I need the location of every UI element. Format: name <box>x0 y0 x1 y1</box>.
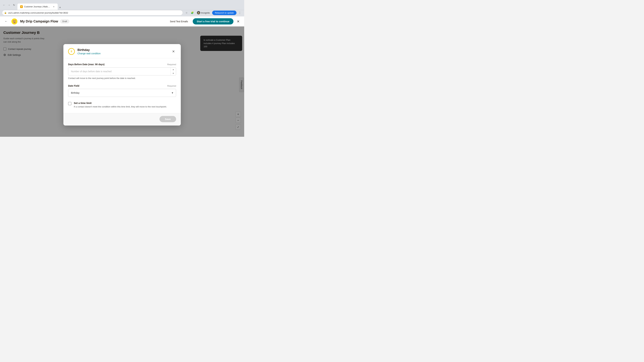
time-limit-description: If a contact doesn't meet the condition … <box>74 105 167 108</box>
spinner-down-button[interactable]: ▼ <box>170 71 176 75</box>
days-before-required: Required <box>167 63 176 66</box>
modal-title: Birthday <box>78 48 168 52</box>
modal-overlay[interactable]: ⏸ Birthday Change wait condition ✕ Days … <box>0 26 244 137</box>
days-before-hint: Contact will move to the next journey po… <box>68 77 176 80</box>
date-field-header: Date Field Required <box>68 84 176 87</box>
time-limit-row: Set a time limit If a contact doesn't me… <box>68 102 176 108</box>
pause-icon: ⏸ <box>68 48 75 55</box>
tab-favicon-icon: M <box>20 5 23 8</box>
tab-close-button[interactable]: ✕ <box>52 5 55 8</box>
birthday-modal: ⏸ Birthday Change wait condition ✕ Days … <box>64 44 181 125</box>
topbar-right: Send Test Emails Start a free trial to c… <box>167 18 241 24</box>
start-trial-button[interactable]: Start a free trial to continue <box>193 18 234 24</box>
new-tab-button[interactable]: + <box>58 5 62 10</box>
date-field-section: Date Field Required Birthday Anniversary… <box>68 84 176 97</box>
campaign-title: My Drip Campaign Flow <box>20 19 58 23</box>
relaunch-button[interactable]: Relaunch to update <box>212 10 236 15</box>
date-field-select[interactable]: Birthday Anniversary Custom Date <box>68 89 176 97</box>
modal-header-text: Birthday Change wait condition <box>78 48 168 55</box>
lock-icon: 🔒 <box>4 11 7 14</box>
spinner-buttons: ▲ ▼ <box>170 67 176 75</box>
modal-footer: Save <box>64 113 181 125</box>
address-text: us21.admin.mailchimp.com/customer-journe… <box>8 11 180 14</box>
app-topbar: ← 🐒 My Drip Campaign Flow Draft Send Tes… <box>0 16 244 26</box>
incognito-icon: 🕵 <box>197 11 200 14</box>
modal-body: Days Before Date (max: 90 days) Required… <box>64 58 181 113</box>
campaign-title-area: My Drip Campaign Flow Draft <box>20 19 164 23</box>
bookmark-button[interactable]: ☆ <box>184 10 189 15</box>
app-wrapper: ← 🐒 My Drip Campaign Flow Draft Send Tes… <box>0 16 244 137</box>
mailchimp-logo: 🐒 <box>12 18 18 24</box>
spinner-up-button[interactable]: ▲ <box>170 67 176 71</box>
days-before-label: Days Before Date (max: 90 days) <box>68 63 104 66</box>
address-bar[interactable]: 🔒 us21.admin.mailchimp.com/customer-jour… <box>2 10 183 15</box>
active-tab[interactable]: M Customer Journeys | Mailchimp ✕ <box>18 3 58 10</box>
time-limit-checkbox[interactable] <box>68 102 72 105</box>
date-field-label: Date Field <box>68 84 79 87</box>
incognito-indicator: 🕵 Incognito <box>196 10 211 15</box>
change-wait-condition-link[interactable]: Change wait condition <box>78 52 168 55</box>
draft-badge: Draft <box>60 19 69 23</box>
sidebar-toggle-button[interactable]: ← <box>3 19 9 24</box>
address-bar-row: 🔒 us21.admin.mailchimp.com/customer-jour… <box>0 10 244 16</box>
date-field-select-wrapper: Birthday Anniversary Custom Date ▼ <box>68 89 176 97</box>
address-actions: ☆ 🧩 🕵 Incognito Relaunch to update ⋮ <box>184 10 242 15</box>
browser-menu-button[interactable]: ⋮ <box>238 10 242 15</box>
save-button[interactable]: Save <box>160 116 176 122</box>
forward-button[interactable]: → <box>7 3 11 7</box>
refresh-button[interactable]: ↻ <box>12 3 16 7</box>
days-before-section: Days Before Date (max: 90 days) Required… <box>68 63 176 80</box>
tab-bar: M Customer Journeys | Mailchimp ✕ + <box>18 0 242 10</box>
date-field-required: Required <box>167 85 176 87</box>
extensions-button[interactable]: 🧩 <box>190 10 194 15</box>
days-before-header: Days Before Date (max: 90 days) Required <box>68 63 176 66</box>
time-limit-text: Set a time limit If a contact doesn't me… <box>74 102 167 108</box>
page-content: Customer Journey B Guide each contact's … <box>0 26 244 137</box>
modal-header: ⏸ Birthday Change wait condition ✕ <box>64 44 181 58</box>
back-button[interactable]: ← <box>2 3 6 7</box>
topbar-close-button[interactable]: ✕ <box>236 19 241 24</box>
time-limit-title: Set a time limit <box>74 102 167 104</box>
tab-title-text: Customer Journeys | Mailchimp <box>24 5 51 8</box>
days-before-input-wrapper: ▲ ▼ <box>68 67 176 75</box>
browser-chrome: ← → ↻ M Customer Journeys | Mailchimp ✕ … <box>0 0 244 10</box>
incognito-label: Incognito <box>201 11 210 14</box>
modal-close-button[interactable]: ✕ <box>171 49 176 54</box>
days-before-input[interactable] <box>68 67 170 75</box>
send-test-button[interactable]: Send Test Emails <box>167 19 191 24</box>
browser-nav-controls: ← → ↻ <box>2 3 16 7</box>
